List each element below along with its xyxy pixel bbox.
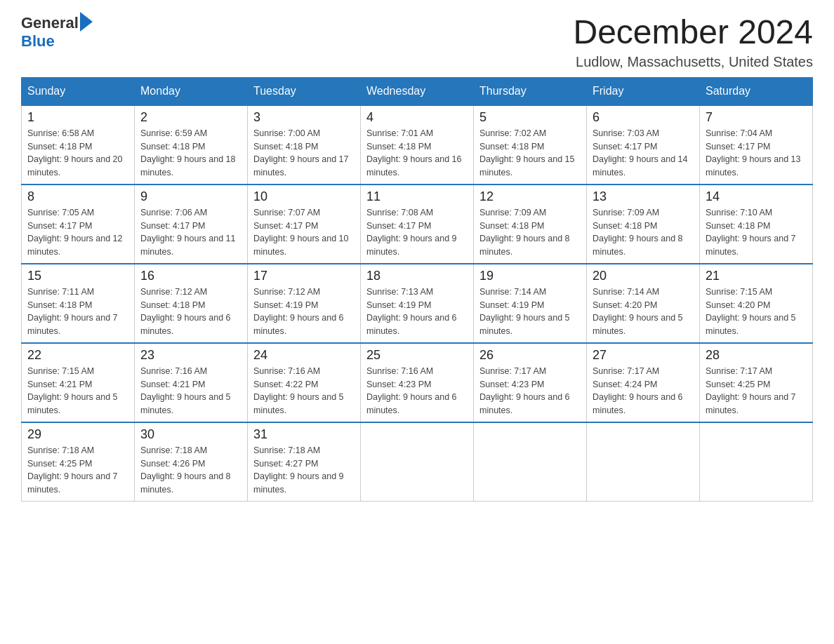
day-number: 21 [706,269,807,283]
day-number: 1 [27,110,128,125]
day-cell-26: 26Sunrise: 7:17 AMSunset: 4:23 PMDayligh… [474,343,587,422]
day-info: Sunrise: 7:12 AMSunset: 4:19 PMDaylight:… [253,286,355,338]
day-number: 7 [706,110,807,125]
day-cell-2: 2Sunrise: 6:59 AMSunset: 4:18 PMDaylight… [135,105,248,185]
logo-text-general: General [21,14,79,32]
day-info: Sunrise: 7:09 AMSunset: 4:18 PMDaylight:… [593,206,694,259]
day-info: Sunrise: 7:17 AMSunset: 4:24 PMDaylight:… [593,365,694,417]
day-number: 28 [706,348,807,363]
day-number: 15 [27,269,128,283]
day-info: Sunrise: 7:18 AMSunset: 4:25 PMDaylight:… [27,444,128,497]
calendar-table: SundayMondayTuesdayWednesdayThursdayFrid… [21,77,813,502]
month-title: December 2024 [573,14,813,51]
day-number: 8 [27,189,128,204]
day-info: Sunrise: 7:02 AMSunset: 4:18 PMDaylight:… [479,127,581,180]
title-block: December 2024 Ludlow, Massachusetts, Uni… [573,14,813,70]
weekday-header-sunday: Sunday [22,77,135,105]
week-row-3: 15Sunrise: 7:11 AMSunset: 4:18 PMDayligh… [22,264,813,343]
day-cell-31: 31Sunrise: 7:18 AMSunset: 4:27 PMDayligh… [248,422,361,502]
day-info: Sunrise: 7:03 AMSunset: 4:17 PMDaylight:… [593,127,694,180]
day-cell-21: 21Sunrise: 7:15 AMSunset: 4:20 PMDayligh… [700,264,813,343]
day-info: Sunrise: 7:14 AMSunset: 4:20 PMDaylight:… [593,286,694,338]
day-info: Sunrise: 7:16 AMSunset: 4:21 PMDaylight:… [140,365,241,417]
day-info: Sunrise: 7:10 AMSunset: 4:18 PMDaylight:… [706,206,807,259]
day-info: Sunrise: 7:09 AMSunset: 4:18 PMDaylight:… [479,206,581,259]
day-cell-17: 17Sunrise: 7:12 AMSunset: 4:19 PMDayligh… [248,264,361,343]
day-number: 14 [706,189,807,204]
day-info: Sunrise: 7:05 AMSunset: 4:17 PMDaylight:… [27,206,128,259]
day-cell-27: 27Sunrise: 7:17 AMSunset: 4:24 PMDayligh… [587,343,700,422]
day-number: 26 [479,348,581,363]
day-cell-28: 28Sunrise: 7:17 AMSunset: 4:25 PMDayligh… [700,343,813,422]
day-number: 2 [140,110,241,125]
week-row-2: 8Sunrise: 7:05 AMSunset: 4:17 PMDaylight… [22,185,813,264]
day-cell-13: 13Sunrise: 7:09 AMSunset: 4:18 PMDayligh… [587,185,700,264]
day-info: Sunrise: 7:00 AMSunset: 4:18 PMDaylight:… [253,127,355,180]
logo-text-blue: Blue [21,32,55,51]
day-number: 5 [479,110,581,125]
weekday-header-tuesday: Tuesday [248,77,361,105]
day-info: Sunrise: 7:04 AMSunset: 4:17 PMDaylight:… [706,127,807,180]
day-number: 12 [479,189,581,204]
week-row-4: 22Sunrise: 7:15 AMSunset: 4:21 PMDayligh… [22,343,813,422]
empty-cell [700,422,813,502]
day-number: 30 [140,427,241,442]
day-cell-23: 23Sunrise: 7:16 AMSunset: 4:21 PMDayligh… [135,343,248,422]
day-info: Sunrise: 7:15 AMSunset: 4:20 PMDaylight:… [706,286,807,338]
day-number: 27 [593,348,694,363]
day-info: Sunrise: 7:01 AMSunset: 4:18 PMDaylight:… [366,127,468,180]
logo: General Blue [21,14,93,51]
day-info: Sunrise: 7:16 AMSunset: 4:23 PMDaylight:… [366,365,468,417]
day-number: 17 [253,269,355,283]
day-number: 23 [140,348,241,363]
day-number: 18 [366,269,468,283]
day-number: 4 [366,110,468,125]
week-row-1: 1Sunrise: 6:58 AMSunset: 4:18 PMDaylight… [22,105,813,185]
weekday-header-saturday: Saturday [700,77,813,105]
day-info: Sunrise: 6:58 AMSunset: 4:18 PMDaylight:… [27,127,128,180]
empty-cell [587,422,700,502]
weekday-header-thursday: Thursday [474,77,587,105]
day-number: 16 [140,269,241,283]
day-cell-25: 25Sunrise: 7:16 AMSunset: 4:23 PMDayligh… [361,343,474,422]
day-cell-5: 5Sunrise: 7:02 AMSunset: 4:18 PMDaylight… [474,105,587,185]
day-info: Sunrise: 7:16 AMSunset: 4:22 PMDaylight:… [253,365,355,417]
day-number: 11 [366,189,468,204]
day-number: 29 [27,427,128,442]
day-cell-4: 4Sunrise: 7:01 AMSunset: 4:18 PMDaylight… [361,105,474,185]
day-number: 13 [593,189,694,204]
day-cell-29: 29Sunrise: 7:18 AMSunset: 4:25 PMDayligh… [22,422,135,502]
day-cell-18: 18Sunrise: 7:13 AMSunset: 4:19 PMDayligh… [361,264,474,343]
day-number: 24 [253,348,355,363]
day-number: 19 [479,269,581,283]
day-info: Sunrise: 7:14 AMSunset: 4:19 PMDaylight:… [479,286,581,338]
day-info: Sunrise: 7:17 AMSunset: 4:23 PMDaylight:… [479,365,581,417]
day-info: Sunrise: 7:15 AMSunset: 4:21 PMDaylight:… [27,365,128,417]
day-info: Sunrise: 7:07 AMSunset: 4:17 PMDaylight:… [253,206,355,259]
day-cell-10: 10Sunrise: 7:07 AMSunset: 4:17 PMDayligh… [248,185,361,264]
logo-arrow-icon [80,12,93,32]
day-info: Sunrise: 7:18 AMSunset: 4:27 PMDaylight:… [253,444,355,497]
day-cell-22: 22Sunrise: 7:15 AMSunset: 4:21 PMDayligh… [22,343,135,422]
day-number: 22 [27,348,128,363]
day-cell-19: 19Sunrise: 7:14 AMSunset: 4:19 PMDayligh… [474,264,587,343]
day-cell-20: 20Sunrise: 7:14 AMSunset: 4:20 PMDayligh… [587,264,700,343]
empty-cell [474,422,587,502]
day-number: 10 [253,189,355,204]
day-cell-16: 16Sunrise: 7:12 AMSunset: 4:18 PMDayligh… [135,264,248,343]
day-info: Sunrise: 7:06 AMSunset: 4:17 PMDaylight:… [140,206,241,259]
weekday-header-row: SundayMondayTuesdayWednesdayThursdayFrid… [22,77,813,105]
day-cell-8: 8Sunrise: 7:05 AMSunset: 4:17 PMDaylight… [22,185,135,264]
day-info: Sunrise: 7:18 AMSunset: 4:26 PMDaylight:… [140,444,241,497]
day-number: 31 [253,427,355,442]
day-info: Sunrise: 7:12 AMSunset: 4:18 PMDaylight:… [140,286,241,338]
day-cell-1: 1Sunrise: 6:58 AMSunset: 4:18 PMDaylight… [22,105,135,185]
weekday-header-monday: Monday [135,77,248,105]
day-info: Sunrise: 7:11 AMSunset: 4:18 PMDaylight:… [27,286,128,338]
day-info: Sunrise: 7:13 AMSunset: 4:19 PMDaylight:… [366,286,468,338]
day-cell-15: 15Sunrise: 7:11 AMSunset: 4:18 PMDayligh… [22,264,135,343]
day-cell-9: 9Sunrise: 7:06 AMSunset: 4:17 PMDaylight… [135,185,248,264]
location-subtitle: Ludlow, Massachusetts, United States [573,54,813,70]
page-header: General Blue December 2024 Ludlow, Massa… [21,14,813,70]
day-number: 25 [366,348,468,363]
